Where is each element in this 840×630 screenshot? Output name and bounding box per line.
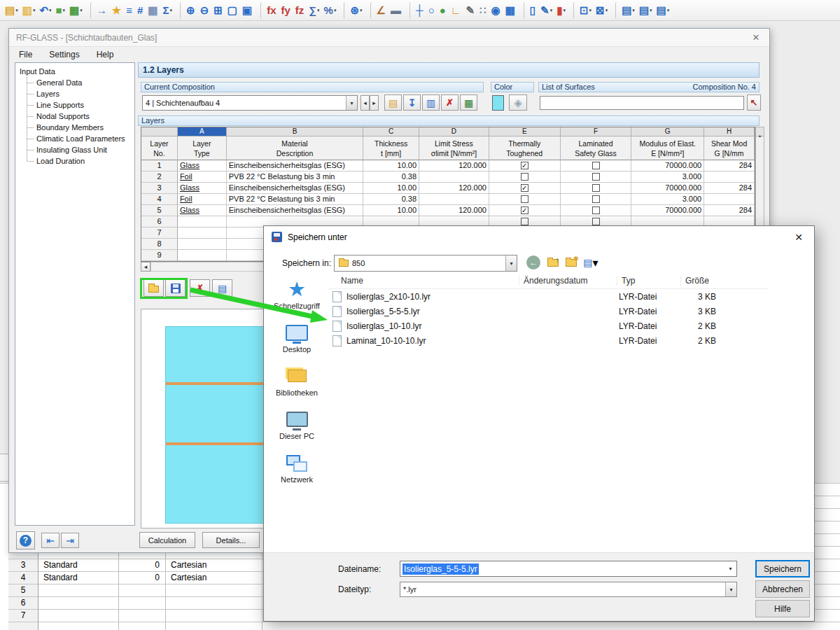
place-item[interactable]: Netzwerk	[268, 451, 326, 484]
limit-stress-cell[interactable]: 120.000	[419, 160, 489, 172]
column-letter-d[interactable]: D	[419, 127, 489, 136]
copy-composition-button[interactable]	[422, 94, 440, 111]
file-name[interactable]: Isolierglas_5-5-5.lyr	[346, 307, 521, 316]
laminated-safety-checkbox[interactable]	[592, 162, 600, 169]
toolbar-icon[interactable]: ⊛ ▾	[344, 2, 363, 19]
limit-stress-cell[interactable]: 120.000	[419, 183, 489, 194]
layer-type-cell[interactable]: Glass	[178, 160, 227, 172]
toolbar-icon[interactable]: ▦ ▾	[68, 2, 84, 19]
file-name[interactable]: Isolierglas_2x10-10.lyr	[346, 292, 521, 302]
column-name[interactable]: Name	[341, 276, 523, 286]
file-row[interactable]: Isolierglas_2x10-10.lyr LYR-Datei 3 KB	[328, 289, 768, 304]
toolbar-icon[interactable]: ▬	[389, 2, 403, 19]
details-button[interactable]: Details...	[202, 532, 260, 548]
column-letter-g[interactable]: G	[631, 127, 704, 136]
thermally-toughened-checkbox[interactable]	[521, 195, 528, 203]
toolbar-icon[interactable]: ▣	[241, 2, 254, 19]
material-description-cell[interactable]: PVB 22 °C Belastung bis 3 min	[227, 194, 364, 205]
laminated-safety-checkbox[interactable]	[592, 173, 600, 181]
thickness-cell[interactable]: 10.00	[363, 205, 419, 216]
shear-modulus-cell[interactable]	[704, 172, 755, 183]
shear-modulus-cell[interactable]: 284	[704, 160, 755, 172]
toolbar-icon[interactable]: ▢	[226, 2, 239, 19]
back-button[interactable]	[526, 255, 541, 270]
save-composition-button[interactable]	[403, 94, 421, 111]
scroll-up-icon[interactable]	[756, 127, 764, 136]
cancel-button[interactable]: Abbrechen	[755, 580, 810, 598]
material-description-cell[interactable]: Einscheibensicherheitsglas (ESG)	[227, 160, 364, 172]
column-size[interactable]: Größe	[680, 276, 722, 286]
calculation-button[interactable]: Calculation	[139, 532, 195, 548]
toolbar-icon[interactable]: ▤ ▾	[615, 2, 636, 19]
thermally-toughened-checkbox[interactable]: ✓	[521, 184, 528, 192]
toolbar-icon[interactable]: ▤ ▾	[638, 2, 654, 19]
laminated-safety-checkbox[interactable]	[592, 184, 600, 192]
material-description-cell[interactable]: PVB 22 °C Belastung bis 3 min	[227, 172, 364, 183]
toolbar-icon[interactable]: ⊞	[212, 2, 225, 19]
thermally-toughened-checkbox[interactable]: ✓	[521, 162, 528, 169]
toolbar-icon[interactable]: fx	[260, 2, 278, 19]
toolbar-icon[interactable]: ▦	[504, 2, 517, 19]
chevron-down-icon[interactable]	[346, 96, 357, 110]
menu-help[interactable]: Help	[97, 50, 114, 59]
chevron-down-icon[interactable]	[725, 582, 736, 596]
tree-item[interactable]: Insulating Glass Unit	[25, 144, 134, 155]
modulus-cell[interactable]: 70000.000	[631, 183, 704, 194]
toolbar-icon[interactable]: ↶ ▾	[38, 2, 52, 19]
toolbar-icon[interactable]: #	[136, 2, 145, 19]
tree-item[interactable]: Load Duration	[25, 155, 134, 167]
toolbar-icon[interactable]: ⊠ ▾	[594, 2, 609, 19]
file-name[interactable]: Laminat_10-10-10.lyr	[346, 336, 521, 346]
thickness-cell[interactable]: 0.38	[363, 194, 419, 205]
toolbar-icon[interactable]: ●	[438, 2, 448, 19]
filename-input[interactable]: Isolierglas_5-5-5.lyr	[400, 561, 737, 577]
toolbar-icon[interactable]: ⊖	[199, 2, 211, 19]
modulus-cell[interactable]: 3.000	[631, 172, 704, 183]
laminated-safety-checkbox[interactable]	[592, 206, 600, 214]
toolbar-icon[interactable]: ⊕	[180, 2, 197, 19]
toolbar-icon[interactable]: ▯	[524, 2, 538, 19]
toolbar-icon[interactable]: ▤ ▾	[655, 2, 671, 19]
toolbar-icon[interactable]: ≡	[125, 2, 134, 19]
pick-surfaces-button[interactable]	[747, 94, 761, 111]
file-row[interactable]: Isolierglas_5-5-5.lyr LYR-Datei 3 KB	[328, 304, 768, 318]
toolbar-icon[interactable]: ▤ ▾	[4, 2, 20, 19]
column-letter-e[interactable]: E	[489, 127, 561, 136]
tree-item[interactable]: Line Supports	[25, 99, 134, 111]
toolbar-icon[interactable]: ✎	[464, 2, 477, 19]
save-button[interactable]: Speichern	[755, 560, 810, 578]
toolbar-icon[interactable]: ■ ▾	[55, 2, 67, 19]
column-date-modified[interactable]: Änderungsdatum	[519, 276, 617, 286]
layer-type-cell[interactable]: Foil	[178, 172, 227, 183]
library-button[interactable]	[212, 279, 232, 297]
shear-modulus-cell[interactable]: 284	[704, 205, 755, 216]
modulus-cell[interactable]: 3.000	[631, 194, 704, 205]
view-menu-button[interactable]: ▾	[582, 255, 600, 270]
thermally-toughened-checkbox[interactable]	[521, 218, 528, 225]
delete-composition-button[interactable]	[441, 94, 458, 111]
layer-type-cell[interactable]	[178, 227, 227, 239]
shear-modulus-cell[interactable]	[704, 194, 755, 205]
toolbar-icon[interactable]: ∑ ▾	[307, 2, 321, 19]
filetype-combobox[interactable]: *.lyr	[400, 582, 737, 597]
tree-item[interactable]: Layers	[25, 88, 134, 99]
place-item[interactable]: Desktop	[268, 321, 326, 354]
column-letter-c[interactable]: C	[363, 127, 419, 136]
column-letter-f[interactable]: F	[561, 127, 632, 136]
jump-to-graphic-button[interactable]	[41, 533, 59, 548]
composition-color-swatch[interactable]	[492, 95, 504, 111]
material-description-cell[interactable]: Einscheibensicherheitsglas (ESG)	[227, 205, 364, 216]
place-item[interactable]: Schnellzugriff	[268, 278, 326, 310]
glass-render-button[interactable]	[509, 94, 527, 111]
place-item[interactable]: Dieser PC	[268, 408, 326, 440]
tree-item[interactable]: Climatic Load Parameters	[25, 133, 134, 144]
thickness-cell[interactable]: 10.00	[363, 183, 419, 194]
column-type[interactable]: Typ	[617, 276, 680, 286]
toolbar-icon[interactable]: ⊡ ▾	[573, 2, 593, 19]
chevron-down-icon[interactable]	[505, 255, 517, 271]
previous-composition-button[interactable]	[360, 95, 370, 111]
layer-type-cell[interactable]	[178, 239, 227, 250]
toolbar-icon[interactable]: Σ ▾	[162, 2, 174, 19]
toolbar-icon[interactable]: ┼	[410, 2, 426, 19]
toolbar-icon[interactable]: →	[90, 2, 109, 19]
